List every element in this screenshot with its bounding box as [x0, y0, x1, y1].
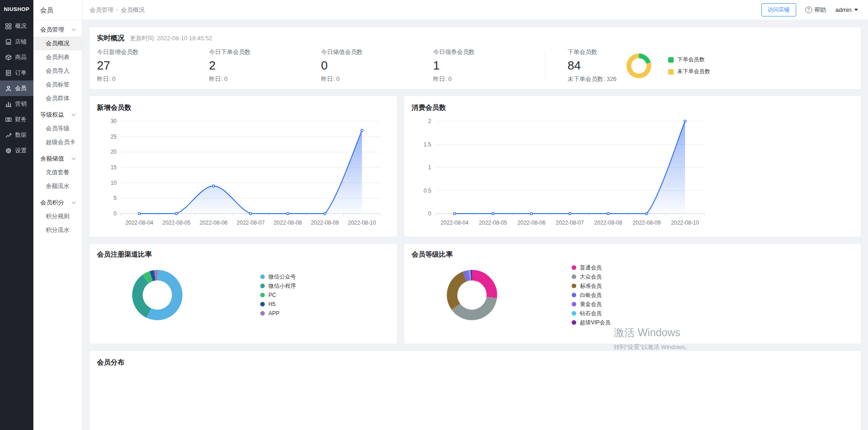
legend-swatch: [668, 57, 674, 63]
legend-item-h5[interactable]: H5: [260, 300, 296, 309]
chart-title: 新增会员数: [97, 103, 390, 112]
submenu-item-member-level[interactable]: 会员等级: [33, 122, 82, 135]
sidebar-item-data[interactable]: 数据: [0, 127, 33, 143]
submenu-item-super-member-card[interactable]: 超级会员卡: [33, 135, 82, 149]
visit-shop-button[interactable]: 访问店铺: [761, 3, 796, 16]
svg-text:25: 25: [111, 134, 117, 140]
legend-item-silver-member[interactable]: 白银会员: [572, 290, 611, 300]
breadcrumb-member-overview[interactable]: 会员概况: [121, 6, 145, 14]
member-icon: [5, 85, 12, 92]
legend-item-wechat-official[interactable]: 微信公众号: [260, 272, 296, 281]
legend-item-wechat-mini[interactable]: 微信小程序: [260, 281, 296, 290]
stat-stored-value-members: 今日储值会员数 0 昨日: 0: [321, 48, 433, 83]
svg-text:2022-08-09: 2022-08-09: [632, 220, 661, 226]
shop-icon: [5, 38, 12, 45]
consume-members-card: 消费会员数 00.511.522022-08-042022-08-052022-…: [404, 96, 861, 236]
submenu-group-label: 余额储值: [40, 155, 64, 163]
user-menu[interactable]: admin: [836, 6, 858, 13]
submenu-item-recharge-package[interactable]: 充值套餐: [33, 166, 82, 179]
sidebar-item-members[interactable]: 会员: [0, 81, 33, 96]
chevron-down-icon: [71, 201, 76, 204]
svg-text:1: 1: [428, 164, 431, 171]
realtime-overview-card: 实时概况 更新时间: 2022-08-10 18:45:52 今日新增会员数 2…: [90, 27, 861, 89]
legend-item-ordered[interactable]: 下单会员数: [668, 56, 710, 64]
sidebar-item-finance[interactable]: 财务: [0, 112, 33, 127]
legend-label: 白银会员: [580, 291, 602, 299]
submenu-item-points-rules[interactable]: 积分规则: [33, 210, 82, 223]
legend-label: 黄金会员: [580, 301, 602, 308]
legend-swatch: [572, 284, 576, 288]
legend-item-gold-member[interactable]: 黄金会员: [572, 300, 611, 309]
legend-item-diamond-member[interactable]: 钻石会员: [572, 309, 611, 318]
sidebar-item-orders[interactable]: 订单: [0, 65, 33, 81]
legend-item-app[interactable]: APP: [260, 309, 296, 318]
submenu-item-member-groups[interactable]: 会员群体: [33, 91, 82, 105]
breadcrumb-member-manage[interactable]: 会员管理: [90, 6, 113, 14]
legend-item-not-ordered[interactable]: 未下单会员数: [668, 68, 710, 75]
submenu-item-member-tags[interactable]: 会员标签: [33, 78, 82, 91]
register-channel-legend: 微信公众号 微信小程序 PC H5: [260, 272, 296, 318]
legend-item-normal-member[interactable]: 普通会员: [572, 263, 611, 272]
svg-text:2022-08-10: 2022-08-10: [671, 220, 699, 226]
submenu-group-member-manage[interactable]: 会员管理: [33, 23, 82, 37]
stat-new-members: 今日新增会员数 27 昨日: 0: [97, 48, 209, 83]
legend-swatch: [260, 311, 265, 316]
submenu-group-points[interactable]: 会员积分: [33, 196, 82, 210]
svg-text:30: 30: [111, 118, 117, 124]
svg-text:10: 10: [111, 180, 117, 186]
help-button[interactable]: ? 帮助: [805, 6, 826, 14]
submenu-group-balance[interactable]: 余额储值: [33, 152, 82, 166]
goods-icon: [5, 54, 12, 61]
sidebar-item-label: 数据: [15, 131, 27, 139]
legend-label: 未下单会员数: [677, 68, 710, 75]
submenu-item-points-flow[interactable]: 积分流水: [33, 223, 82, 237]
sidebar-item-marketing[interactable]: 营销: [0, 96, 33, 112]
legend-swatch: [572, 302, 576, 306]
svg-text:2022-08-08: 2022-08-08: [273, 220, 302, 226]
svg-text:0: 0: [428, 210, 431, 217]
submenu-group-level-rights[interactable]: 等级权益: [33, 108, 82, 122]
chevron-down-icon: [71, 113, 76, 116]
svg-text:2: 2: [428, 118, 431, 124]
submenu-group-label: 会员积分: [40, 199, 64, 207]
stat-order-members: 今日下单会员数 2 昨日: 0: [209, 48, 321, 83]
svg-text:2022-08-08: 2022-08-08: [594, 220, 622, 226]
member-level-donut-chart: [446, 269, 498, 321]
chevron-down-icon: [854, 9, 858, 11]
submenu-title: 会员: [33, 0, 82, 20]
legend-item-pc[interactable]: PC: [260, 290, 296, 300]
legend-label: 标准会员: [580, 282, 602, 290]
legend-item-mass-member[interactable]: 大众会员: [572, 272, 611, 281]
legend-item-standard-member[interactable]: 标准会员: [572, 281, 611, 290]
submenu-item-member-list[interactable]: 会员列表: [33, 50, 82, 64]
chart-title: 会员等级比率: [412, 250, 853, 259]
svg-text:2022-08-07: 2022-08-07: [556, 220, 584, 226]
new-members-line-chart: 0510152025302022-08-042022-08-052022-08-…: [97, 115, 390, 229]
update-time: 更新时间: 2022-08-10 18:45:52: [130, 34, 212, 43]
legend-swatch: [260, 274, 265, 279]
member-distribution-card: 会员分布: [90, 351, 861, 430]
help-label: 帮助: [814, 6, 826, 14]
register-channel-donut-chart: [132, 269, 183, 321]
member-level-card: 会员等级比率 普通会员 大众会员 标准会员: [404, 244, 861, 344]
svg-text:2022-08-07: 2022-08-07: [236, 220, 265, 226]
sidebar-item-overview[interactable]: 概况: [0, 18, 33, 34]
legend-swatch: [572, 311, 576, 316]
svg-text:2022-08-06: 2022-08-06: [199, 220, 228, 226]
new-members-card: 新增会员数 0510152025302022-08-042022-08-0520…: [90, 96, 397, 236]
svg-text:2022-08-09: 2022-08-09: [311, 220, 339, 226]
realtime-title: 实时概况: [97, 34, 124, 43]
sidebar-item-settings[interactable]: 设置: [0, 143, 33, 158]
submenu-item-member-overview[interactable]: 会员概况: [33, 37, 82, 50]
sidebar-item-shop[interactable]: 店铺: [0, 34, 33, 49]
sidebar-item-goods[interactable]: 商品: [0, 49, 33, 65]
member-level-legend: 普通会员 大众会员 标准会员 白银会员: [572, 263, 611, 327]
svg-text:5: 5: [113, 195, 117, 202]
chart-title: 会员注册渠道比率: [97, 250, 390, 259]
legend-item-super-vip-member[interactable]: 超级VIP会员: [572, 318, 611, 327]
svg-text:15: 15: [111, 164, 117, 171]
svg-text:2022-08-10: 2022-08-10: [348, 220, 376, 226]
submenu-item-balance-flow[interactable]: 余额流水: [33, 179, 82, 193]
submenu-item-member-import[interactable]: 会员导入: [33, 64, 82, 78]
svg-text:2022-08-06: 2022-08-06: [517, 220, 546, 226]
